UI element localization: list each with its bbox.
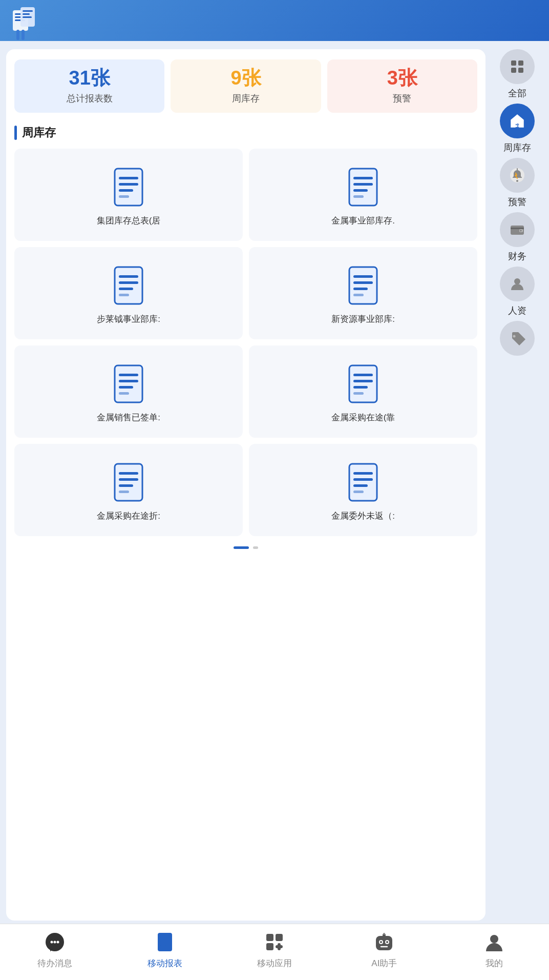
svg-rect-14 (119, 189, 133, 192)
svg-point-93 (380, 941, 382, 943)
svg-rect-46 (115, 464, 142, 501)
stat-number-warning: 3张 (333, 68, 471, 89)
report-card-2[interactable]: 步莱钺事业部库: (14, 247, 243, 339)
nav-item-apps[interactable]: 移动应用 (244, 930, 305, 969)
stats-row: 31张 总计报表数 9张 周库存 3张 预警 (14, 59, 477, 113)
hero-bar (0, 0, 549, 41)
svg-rect-5 (23, 10, 33, 12)
report-card-0[interactable]: 集团库存总表(居 (14, 149, 243, 241)
svg-rect-59 (518, 60, 523, 66)
report-label-3: 新资源事业部库: (331, 313, 395, 325)
sidebar-label-all: 全部 (508, 87, 526, 99)
sidebar-item-warning[interactable]: 预警 (494, 158, 540, 208)
nav-item-ai[interactable]: AI助手 (353, 930, 415, 969)
sidebar-label-weekly: 周库存 (503, 141, 531, 154)
svg-rect-49 (119, 478, 138, 481)
svg-rect-26 (119, 288, 133, 290)
section-title-text: 周库存 (22, 125, 56, 140)
report-card-3[interactable]: 新资源事业部库: (249, 247, 477, 339)
sidebar-item-tag[interactable] (494, 321, 540, 359)
svg-rect-50 (119, 484, 133, 487)
svg-rect-13 (119, 183, 138, 186)
sidebar-item-weekly[interactable]: 周库存 (494, 104, 540, 154)
svg-rect-15 (119, 195, 129, 198)
svg-rect-60 (511, 68, 516, 73)
svg-point-78 (51, 941, 53, 944)
document-icon-2 (111, 265, 146, 306)
document-icon-6 (111, 462, 146, 503)
content-panel: 31张 总计报表数 9张 周库存 3张 预警 周库存 (6, 49, 485, 921)
svg-rect-32 (353, 288, 368, 290)
sidebar-label-hr: 人资 (508, 304, 526, 317)
svg-rect-86 (276, 934, 283, 941)
svg-rect-85 (266, 934, 273, 941)
report-card-4[interactable]: 金属销售已签单: (14, 345, 243, 438)
document-icon-7 (345, 462, 381, 503)
nav-item-report[interactable]: 移动报表 (134, 930, 196, 969)
svg-rect-64 (515, 122, 517, 124)
document-icon-3 (345, 265, 381, 306)
stat-label-total: 总计报表数 (20, 92, 158, 105)
nav-item-mine[interactable]: 我的 (463, 930, 525, 969)
svg-rect-12 (119, 177, 138, 179)
svg-rect-6 (23, 13, 30, 15)
svg-rect-57 (353, 491, 364, 493)
bottom-nav: 待办消息 移动报表 移动应用 (0, 924, 549, 980)
svg-point-94 (386, 941, 388, 943)
svg-rect-87 (266, 943, 273, 950)
svg-rect-39 (119, 392, 129, 395)
document-icon-4 (111, 363, 146, 404)
svg-rect-27 (119, 294, 129, 296)
svg-rect-66 (515, 125, 517, 127)
sidebar-item-all[interactable]: 全部 (494, 49, 540, 99)
svg-rect-9 (22, 30, 25, 40)
hero-figure (5, 0, 46, 41)
document-icon-1 (345, 167, 381, 208)
sidebar-item-hr[interactable]: 人资 (494, 267, 540, 317)
apps-icon (262, 930, 287, 954)
document-icon-0 (111, 167, 146, 208)
svg-rect-38 (119, 386, 133, 389)
stat-number-weekly: 9张 (177, 68, 314, 89)
person-icon (500, 267, 535, 301)
svg-rect-37 (119, 380, 138, 382)
report-card-6[interactable]: 金属采购在途折: (14, 444, 243, 536)
svg-rect-56 (353, 484, 368, 487)
svg-point-96 (383, 933, 385, 935)
stat-card-weekly[interactable]: 9张 周库存 (171, 59, 321, 113)
svg-rect-18 (353, 177, 373, 179)
stat-number-total: 31张 (20, 68, 158, 89)
svg-rect-48 (119, 472, 138, 475)
report-label-4: 金属销售已签单: (97, 412, 160, 424)
svg-rect-45 (353, 392, 364, 395)
report-card-5[interactable]: 金属采购在途(靠 (249, 345, 477, 438)
svg-rect-40 (349, 365, 377, 402)
pagination (14, 546, 477, 549)
svg-rect-55 (353, 478, 373, 481)
main-container: 31张 总计报表数 9张 周库存 3张 预警 周库存 (0, 41, 549, 980)
stat-card-total[interactable]: 31张 总计报表数 (14, 59, 164, 113)
report-label-5: 金属采购在途(靠 (331, 412, 395, 424)
report-card-7[interactable]: 金属委外未返（: (249, 444, 477, 536)
stat-label-warning: 预警 (333, 92, 471, 105)
sidebar-item-finance[interactable]: 财务 (494, 212, 540, 262)
svg-point-75 (514, 278, 520, 284)
svg-rect-19 (353, 183, 373, 186)
report-label-1: 金属事业部库存. (331, 215, 395, 227)
svg-rect-89 (276, 945, 283, 948)
svg-rect-61 (518, 68, 523, 73)
svg-rect-43 (353, 380, 373, 382)
sidebar-label-warning: 预警 (508, 196, 526, 208)
svg-point-76 (513, 335, 516, 338)
svg-rect-42 (353, 374, 373, 376)
svg-point-80 (57, 941, 59, 944)
stat-card-warning[interactable]: 3张 预警 (327, 59, 477, 113)
svg-rect-90 (376, 936, 392, 950)
report-label-0: 集团库存总表(居 (97, 215, 161, 227)
svg-point-69 (516, 180, 518, 182)
wallet-icon (500, 212, 535, 247)
nav-item-todo[interactable]: 待办消息 (24, 930, 86, 969)
sidebar-label-finance: 财务 (508, 250, 526, 262)
nav-label-apps: 移动应用 (257, 957, 292, 969)
report-card-1[interactable]: 金属事业部库存. (249, 149, 477, 241)
